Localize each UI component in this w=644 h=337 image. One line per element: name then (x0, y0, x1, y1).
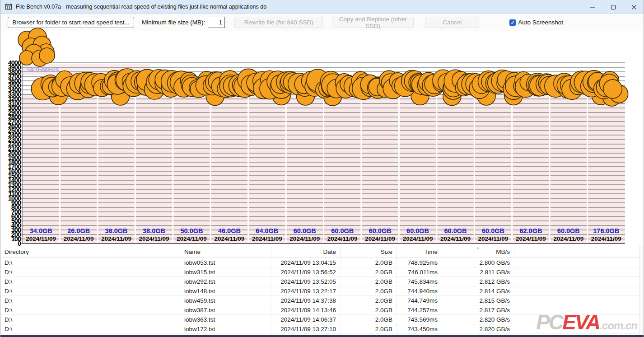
maximize-button[interactable] (603, 0, 624, 14)
window-title: File Bench v0.07a - measuring sequential… (16, 4, 266, 10)
table-cell: 744.257ms (397, 305, 442, 314)
min-file-size-label: Minimum file size (MB): (142, 19, 205, 26)
table-cell: 2024/11/09 13:27:10 (271, 324, 341, 333)
toolbar: Browser for folder to start read speed t… (0, 14, 644, 31)
table-cell: D:\ (0, 315, 180, 324)
table-cell: iobw363.tst (180, 315, 271, 324)
table-cell: 2024/11/09 14:06:37 (271, 315, 341, 324)
table-cell: iobw292.tst (180, 277, 271, 286)
table-row[interactable]: D:\iobw315.tst2024/11/09 13:56:522.0GB74… (0, 267, 644, 277)
table-cell: 743.450ms (397, 324, 442, 333)
table-cell: 2.817 GB/s (442, 305, 514, 314)
table-cell: D:\ (0, 286, 180, 295)
table-cell: iobw053.tst (180, 258, 271, 267)
table-cell: 2024/11/09 13:04:15 (271, 258, 341, 267)
app-icon (5, 3, 12, 10)
table-cell: iobw459.tst (180, 296, 271, 305)
table-cell: 2.812 GB/s (442, 277, 514, 286)
x-label-size: 60.0GB (444, 227, 467, 234)
table-cell: 2.800 GB/s (442, 258, 514, 267)
min-file-size-input[interactable] (208, 17, 225, 28)
x-label-size: 60.0GB (557, 227, 580, 234)
table-cell: iobw172.tst (180, 324, 271, 333)
table-row[interactable]: D:\iobw148.tst2024/11/09 13:22:172.0GB74… (0, 286, 644, 296)
x-label-date: 2024/11/09 (591, 235, 621, 242)
column-header-size[interactable]: Size (341, 246, 397, 257)
table-cell: 2.811 GB/s (442, 267, 514, 276)
x-label-size: 34.0GB (30, 227, 52, 234)
table-row[interactable]: D:\iobw459.tst2024/11/09 14:37:382.0GB74… (0, 296, 644, 305)
minimize-button[interactable] (582, 0, 603, 14)
table-cell: 2.0GB (341, 258, 397, 267)
x-label-size: 60.0GB (369, 227, 392, 234)
x-label-size: 38.0GB (143, 227, 165, 234)
x-label-date: 2024/11/09 (214, 235, 244, 242)
x-label-date: 2024/11/09 (327, 235, 358, 242)
column-header-name[interactable]: Name (180, 246, 271, 257)
table-cell: D:\ (0, 324, 180, 333)
table-row[interactable]: D:\iobw292.tst2024/11/09 13:52:052.0GB74… (0, 277, 644, 286)
table-cell: 2.814 GB/s (442, 286, 514, 295)
table-cell: 744.940ms (397, 286, 442, 295)
x-label-date: 2024/11/09 (139, 235, 169, 242)
average-speed-annotation: 3436MB/s (26, 66, 59, 74)
table-cell: 745.834ms (397, 277, 442, 286)
auto-screenshot-checkbox[interactable]: ✓ (509, 19, 516, 26)
table-cell: 743.569ms (397, 315, 442, 324)
x-label-date: 2024/11/09 (553, 235, 583, 242)
window-bottom-edge (0, 335, 644, 337)
table-cell: 2.0GB (341, 286, 397, 295)
x-label-date: 2024/11/09 (64, 235, 94, 242)
table-cell: 2.0GB (341, 296, 397, 305)
table-cell: 2024/11/09 14:37:38 (271, 296, 341, 305)
x-label-size: 60.0GB (331, 227, 354, 234)
x-label-size: 50.0GB (180, 227, 203, 234)
table-cell: 2.0GB (341, 315, 397, 324)
window-controls (582, 0, 644, 14)
cancel-button[interactable]: Cancel (425, 17, 479, 28)
table-cell: 746.011ms (397, 267, 442, 276)
table-cell: 2024/11/09 13:22:17 (271, 286, 341, 295)
browse-folder-button[interactable]: Browser for folder to start read speed t… (8, 17, 134, 28)
table-cell: 2.0GB (341, 324, 397, 333)
x-label-date: 2024/11/09 (252, 235, 282, 242)
x-label-date: 2024/11/09 (101, 235, 131, 242)
table-cell: 2.820 GB/s (442, 324, 514, 333)
speed-chart: 4000390038003700360035003400330032003100… (0, 31, 644, 246)
close-button[interactable] (624, 0, 644, 14)
table-scrollbar[interactable] (639, 246, 644, 335)
copy-replace-button[interactable]: Copy and Replace (other SSD) (332, 17, 414, 28)
column-header-directory[interactable]: Directory (0, 246, 180, 257)
x-label-size: 60.0GB (482, 227, 504, 234)
x-label-date: 2024/11/09 (177, 235, 207, 242)
watermark-domain: .com.cn (599, 319, 637, 332)
auto-screenshot-label: Auto Screenshot (518, 19, 563, 26)
column-header-time[interactable]: Time (397, 246, 442, 257)
x-label-size: 62.0GB (519, 227, 542, 234)
title-bar: File Bench v0.07a - measuring sequential… (0, 0, 644, 14)
table-cell: D:\ (0, 267, 180, 276)
x-label-size: 64.0GB (256, 227, 278, 234)
table-cell: iobw315.tst (180, 267, 271, 276)
table-cell: 2.0GB (341, 277, 397, 286)
table-row[interactable]: D:\iobw053.tst2024/11/09 13:04:152.0GB74… (0, 258, 644, 267)
table-cell: 2.0GB (341, 305, 397, 314)
table-cell: D:\ (0, 277, 180, 286)
table-cell: iobw387.tst (180, 305, 271, 314)
x-label-size: 176.0GB (593, 227, 619, 234)
pceva-watermark: PCEVA.com.cn (536, 310, 637, 334)
column-header-date[interactable]: Date (271, 246, 341, 257)
table-cell: 2024/11/09 14:13:46 (271, 305, 341, 314)
watermark-eva: EVA (562, 310, 599, 334)
table-cell: iobw148.tst (180, 286, 271, 295)
bubble (603, 80, 622, 98)
sort-ascending-icon: ⌃ (476, 247, 480, 252)
table-cell: 2024/11/09 13:52:05 (271, 277, 341, 286)
x-label-date: 2024/11/09 (478, 235, 509, 242)
x-label-size: 46.0GB (218, 227, 241, 234)
x-label-date: 2024/11/09 (440, 235, 471, 242)
table-cell: 744.749ms (397, 296, 442, 305)
x-label-date: 2024/11/09 (403, 235, 433, 242)
table-cell: 2.815 GB/s (442, 296, 514, 305)
rewrite-file-button[interactable]: Rewrite file (for 840 SSD) (234, 17, 323, 28)
